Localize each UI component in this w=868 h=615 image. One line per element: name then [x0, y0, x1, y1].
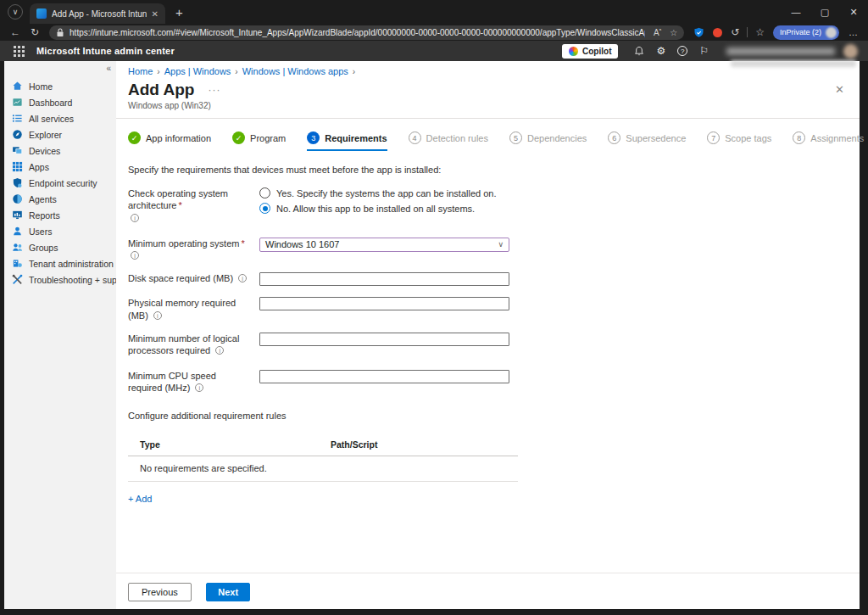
new-tab-button[interactable]: +: [175, 5, 183, 20]
browser-shield-icon[interactable]: [693, 27, 704, 38]
account-avatar[interactable]: [843, 44, 858, 59]
breadcrumb: Home›Apps | Windows›Windows | Windows ap…: [128, 66, 848, 76]
sidebar-item-users[interactable]: Users: [4, 223, 116, 239]
step-label: Scope tags: [725, 133, 771, 143]
window-maximize-button[interactable]: ▢: [810, 7, 839, 18]
info-icon[interactable]: i: [238, 274, 247, 282]
info-icon[interactable]: i: [153, 311, 162, 320]
step-number-icon: 6: [608, 131, 620, 144]
back-icon[interactable]: ←: [10, 26, 20, 38]
disk-space-input[interactable]: [259, 272, 509, 286]
sidebar-item-explorer[interactable]: Explorer: [4, 126, 116, 143]
sidebar-item-label: Endpoint security: [29, 178, 97, 188]
step-label: Dependencies: [527, 133, 587, 143]
step-requirements[interactable]: 3 Requirements: [307, 131, 387, 151]
window-close-button[interactable]: ✕: [839, 7, 868, 18]
profile-avatar: [826, 27, 837, 38]
browser-tab[interactable]: Add App - Microsoft Intune adm ✕: [30, 3, 165, 24]
step-supersedence[interactable]: 6 Supersedence: [608, 131, 686, 151]
tab-actions-chevron-icon[interactable]: ∨: [8, 4, 23, 20]
sidebar-item-home[interactable]: Home: [4, 78, 116, 94]
troubleshooting-icon: [12, 274, 23, 285]
radio-no-label[interactable]: No. Allow this app to be installed on al…: [276, 204, 475, 214]
copilot-button[interactable]: Copilot: [562, 44, 618, 59]
radio-yes[interactable]: [259, 187, 270, 198]
read-aloud-icon[interactable]: Aᵃ: [654, 27, 661, 37]
address-bar[interactable]: https://intune.microsoft.com/#view/Micro…: [49, 25, 684, 40]
extension-red-icon[interactable]: [713, 28, 722, 37]
step-complete-icon: ✓: [128, 131, 141, 144]
favorite-star-icon[interactable]: ☆: [670, 28, 677, 37]
sidebar-item-label: Reports: [29, 210, 60, 221]
suite-title[interactable]: Microsoft Intune admin center: [36, 46, 175, 56]
account-name-redacted[interactable]: [726, 48, 835, 55]
step-label: Supersedence: [626, 133, 686, 143]
browser-menu-icon[interactable]: …: [849, 27, 858, 37]
sidebar-item-agents[interactable]: Agents: [4, 191, 116, 207]
title-divider: [116, 118, 860, 119]
required-asterisk: *: [178, 200, 181, 210]
sidebar-item-label: Groups: [29, 243, 58, 253]
title-context-menu-icon[interactable]: ···: [208, 84, 220, 96]
step-dependencies[interactable]: 5 Dependencies: [509, 131, 587, 151]
help-icon[interactable]: ?: [677, 46, 687, 56]
reports-icon: [12, 210, 23, 221]
previous-button[interactable]: Previous: [128, 583, 192, 601]
history-icon[interactable]: ↺: [731, 26, 739, 38]
next-button[interactable]: Next: [206, 583, 250, 601]
logical-processors-input[interactable]: [259, 333, 509, 346]
disk-space-label: Disk space required (MB) i: [128, 272, 259, 286]
blade-close-icon[interactable]: ✕: [835, 83, 844, 96]
step-program[interactable]: ✓ Program: [232, 131, 286, 151]
home-icon: [12, 81, 23, 92]
radio-yes-label[interactable]: Yes. Specify the systems the app can be …: [276, 188, 496, 198]
step-number-icon: 7: [707, 131, 720, 144]
step-label: Detection rules: [426, 133, 488, 143]
sidebar-item-dashboard[interactable]: Dashboard: [4, 94, 116, 110]
notifications-bell-icon[interactable]: [634, 46, 644, 57]
sidebar-item-apps[interactable]: Apps: [4, 159, 116, 175]
copilot-label: Copilot: [582, 47, 611, 56]
sidebar-item-tenant-administration[interactable]: Tenant administration: [4, 255, 116, 271]
breadcrumb-apps-windows[interactable]: Apps | Windows: [164, 66, 231, 76]
column-header-type[interactable]: Type: [140, 439, 331, 450]
settings-gear-icon[interactable]: ⚙: [656, 45, 665, 57]
radio-no-selected[interactable]: [259, 203, 270, 214]
sidebar-item-devices[interactable]: Devices: [4, 143, 116, 159]
explorer-icon: [12, 129, 23, 140]
requirements-table: Type Path/Script No requirements are spe…: [128, 434, 518, 482]
tab-close-icon[interactable]: ✕: [152, 9, 159, 19]
sidebar-item-all-services[interactable]: All services: [4, 110, 116, 126]
breadcrumb-windows-apps[interactable]: Windows | Windows apps: [242, 66, 348, 76]
window-minimize-button[interactable]: —: [782, 7, 810, 17]
table-empty-message: No requirements are specified.: [128, 456, 518, 482]
step-number-icon: 3: [307, 131, 320, 144]
sidebar-item-troubleshooting[interactable]: Troubleshooting + support: [4, 271, 116, 288]
min-os-dropdown[interactable]: Windows 10 1607 ∨: [259, 238, 509, 252]
sidebar-item-reports[interactable]: Reports: [4, 207, 116, 223]
feedback-icon[interactable]: ⚐: [699, 45, 709, 57]
sidebar-item-label: Apps: [29, 162, 49, 172]
step-app-information[interactable]: ✓ App information: [128, 131, 211, 151]
column-header-path-script[interactable]: Path/Script: [331, 439, 377, 450]
sidebar-item-groups[interactable]: Groups: [4, 239, 116, 255]
sidebar-item-endpoint-security[interactable]: Endpoint security: [4, 175, 116, 191]
refresh-icon[interactable]: ↻: [31, 26, 39, 38]
step-detection-rules[interactable]: 4 Detection rules: [409, 131, 488, 151]
step-number-icon: 8: [793, 131, 805, 144]
physical-memory-input[interactable]: [259, 297, 509, 310]
sidebar-collapse-icon[interactable]: «: [106, 64, 111, 73]
info-icon[interactable]: i: [215, 346, 224, 355]
info-icon[interactable]: i: [195, 383, 203, 392]
breadcrumb-home[interactable]: Home: [128, 66, 153, 76]
inprivate-badge[interactable]: InPrivate (2): [773, 25, 839, 40]
app-launcher-icon[interactable]: [14, 46, 25, 57]
cpu-speed-input[interactable]: [259, 370, 509, 383]
collections-star-icon[interactable]: ☆: [755, 26, 765, 38]
step-scope-tags[interactable]: 7 Scope tags: [707, 131, 771, 151]
info-icon[interactable]: i: [131, 251, 139, 260]
sidebar-item-label: Devices: [29, 146, 60, 156]
add-requirement-link[interactable]: + Add: [128, 494, 152, 504]
info-icon[interactable]: i: [131, 214, 139, 222]
step-assignments[interactable]: 8 Assignments: [793, 131, 864, 151]
